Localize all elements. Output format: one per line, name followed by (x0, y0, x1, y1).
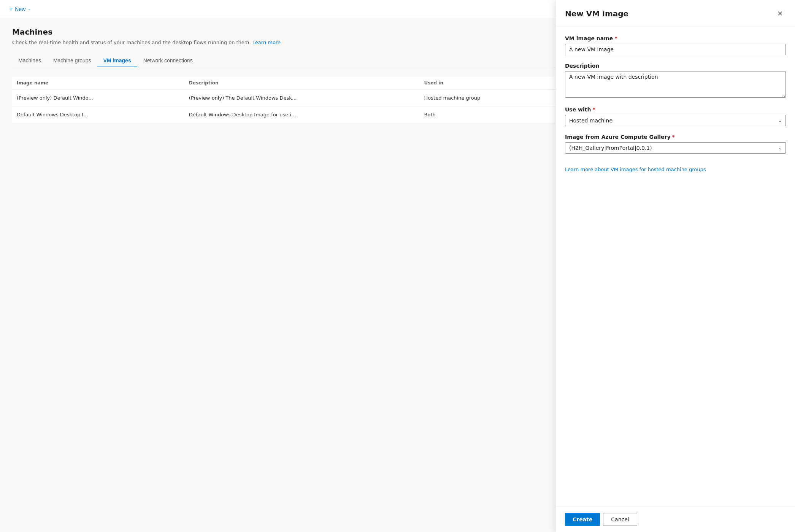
tab-machines[interactable]: Machines (12, 54, 47, 67)
tab-machine-groups[interactable]: Machine groups (47, 54, 97, 67)
tab-vm-images[interactable]: VM images (97, 54, 137, 67)
chevron-down-icon: ⌄ (28, 7, 31, 11)
create-button[interactable]: Create (565, 513, 600, 526)
new-button[interactable]: + New ⌄ (6, 4, 34, 14)
col-header-image-name: Image name (12, 76, 184, 90)
new-vm-image-panel: New VM image ✕ VM image name * Descripti… (555, 0, 795, 532)
cell-image-name: Default Windows Desktop I... (12, 106, 184, 123)
close-icon: ✕ (777, 10, 783, 18)
image-gallery-select[interactable]: (H2H_Gallery|FromPortal|0.0.1) (565, 142, 786, 154)
panel-header: New VM image ✕ (556, 0, 795, 26)
cancel-button[interactable]: Cancel (603, 513, 637, 526)
learn-more-link[interactable]: Learn more (252, 40, 281, 45)
panel-title: New VM image (565, 9, 628, 18)
use-with-group: Use with * Hosted machineHosted machine … (565, 106, 786, 126)
description-textarea[interactable] (565, 71, 786, 98)
cell-used-in: Both (420, 106, 551, 123)
cell-used-in: Hosted machine group (420, 90, 551, 106)
cell-description: Default Windows Desktop Image for use i.… (184, 106, 420, 123)
plus-icon: + (9, 6, 13, 13)
description-label: Description (565, 63, 786, 69)
cell-description: (Preview only) The Default Windows Desk.… (184, 90, 420, 106)
required-star-gallery: * (672, 134, 675, 140)
vm-image-name-label: VM image name * (565, 35, 786, 41)
use-with-label: Use with * (565, 106, 786, 113)
required-star: * (614, 35, 617, 41)
vm-images-learn-more-link[interactable]: Learn more about VM images for hosted ma… (565, 166, 706, 173)
panel-footer: Create Cancel (556, 507, 795, 532)
cell-image-name: (Preview only) Default Windo... (12, 90, 184, 106)
col-header-used-in: Used in (420, 76, 551, 90)
vm-image-name-group: VM image name * (565, 35, 786, 55)
col-header-description: Description (184, 76, 420, 90)
description-group: Description (565, 63, 786, 99)
use-with-select-wrapper: Hosted machineHosted machine groupBoth ⌄ (565, 115, 786, 126)
use-with-select[interactable]: Hosted machineHosted machine groupBoth (565, 115, 786, 126)
image-gallery-select-wrapper: (H2H_Gallery|FromPortal|0.0.1) ⌄ (565, 142, 786, 154)
close-button[interactable]: ✕ (774, 8, 786, 20)
image-gallery-label: Image from Azure Compute Gallery * (565, 134, 786, 140)
required-star-use-with: * (592, 106, 595, 113)
image-gallery-group: Image from Azure Compute Gallery * (H2H_… (565, 134, 786, 154)
vm-image-name-input[interactable] (565, 44, 786, 55)
panel-body: VM image name * Description Use with * H… (556, 26, 795, 507)
new-button-label: New (15, 6, 25, 12)
tab-network-connections[interactable]: Network connections (137, 54, 199, 67)
